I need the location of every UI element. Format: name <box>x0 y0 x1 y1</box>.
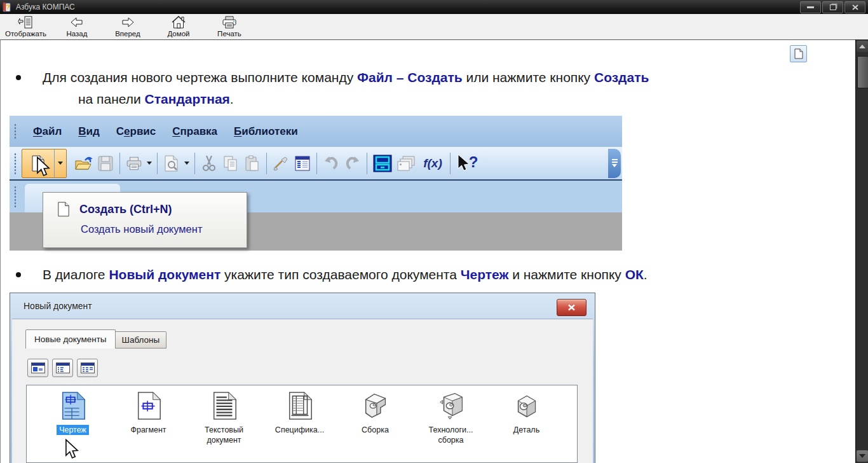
kompas-paste-button <box>241 151 263 176</box>
bullet-dot <box>16 75 21 80</box>
kompas-layers-button <box>395 151 419 176</box>
bullet-item-2: В диалоге Новый документ укажите тип соз… <box>15 264 837 286</box>
screenshot-kompas-toolbar: Файл Вид Сервис Справка Библиотеки <box>10 116 622 252</box>
scrollbar-up-button[interactable] <box>857 41 868 52</box>
technological-assembly-icon <box>437 391 466 420</box>
newdoc-shortcut-button[interactable] <box>790 45 807 62</box>
help-content: Для создания нового чертежа выполните ко… <box>0 39 855 463</box>
doc-type-fragment: Фрагмент <box>111 391 186 446</box>
vertical-scrollbar[interactable] <box>855 39 868 463</box>
redo-arrow-icon <box>344 156 362 171</box>
details-view-icon <box>81 363 95 373</box>
restore-button[interactable] <box>822 1 843 13</box>
kompas-save-button <box>95 151 116 176</box>
kompas-undo-button <box>320 151 342 176</box>
viewer-toolbar: Отображать Назад Вперед Домой Печать <box>0 14 868 39</box>
list-view-icon <box>56 363 70 373</box>
print-preview-icon <box>163 155 180 172</box>
tab-new-documents: Новые документы <box>25 329 116 349</box>
close-icon <box>852 4 858 10</box>
copy-icon <box>222 155 239 172</box>
kompas-copy-button <box>220 151 241 176</box>
new-document-icon <box>794 48 803 59</box>
forward-arrow-icon <box>119 15 136 29</box>
paste-icon <box>244 155 261 172</box>
bullet-item-1: Для создания нового чертежа выполните ко… <box>15 67 837 110</box>
kompas-menubar: Файл Вид Сервис Справка Библиотеки <box>10 116 622 147</box>
mouse-cursor <box>64 439 80 460</box>
kompas-print-button <box>123 151 145 176</box>
doc-type-assembly: Сборка <box>337 391 413 446</box>
kompas-redo-button <box>342 151 363 176</box>
window-titlebar: ? Азбука КОМПАС <box>0 0 868 14</box>
toolbar-grip <box>14 153 17 174</box>
kompas-context-help-button: ? <box>454 151 483 176</box>
help-app-icon: ? <box>3 2 13 12</box>
view-mode-buttons <box>27 359 98 377</box>
doc-type-specification: Специфика... <box>262 391 337 446</box>
part-icon <box>512 391 541 420</box>
dialog-body: Новые документы Шаблоны <box>12 319 593 463</box>
printer-icon <box>221 15 238 29</box>
kompas-standard-toolbar: f(x) ? <box>10 147 622 181</box>
back-button[interactable]: Назад <box>54 14 100 38</box>
doc-type-part: Деталь <box>489 391 564 446</box>
close-button[interactable] <box>844 1 865 13</box>
kompas-cut-button <box>198 151 220 176</box>
document-types-panel: Чертеж Фрагмент <box>26 385 578 463</box>
dialog-tabs: Новые документы Шаблоны <box>25 329 166 349</box>
kompas-menu-service: Сервис <box>116 125 156 138</box>
kompas-variables-button <box>370 151 395 176</box>
doc-type-technological-assembly: Технологи... сборка <box>413 391 489 446</box>
properties-list-icon <box>294 155 311 172</box>
tab-templates: Шаблоны <box>116 331 167 349</box>
layers-icon <box>397 155 417 172</box>
save-floppy-icon <box>97 155 114 172</box>
kompas-tooltip: Создать (Ctrl+N) Создать новый документ <box>43 192 247 248</box>
screenshot-new-document-dialog: Новый документ Новые документы Шаблоны <box>10 293 595 463</box>
drawing-document-icon <box>58 391 88 420</box>
view-details-button <box>77 359 98 377</box>
mouse-cursor <box>35 156 51 178</box>
new-document-icon <box>57 201 70 218</box>
kompas-properties-button <box>292 151 313 176</box>
minimize-button[interactable] <box>800 1 821 13</box>
show-hide-button[interactable]: Отображать <box>3 14 49 38</box>
kompas-menu-view: Вид <box>78 125 100 138</box>
tooltip-title: Создать (Ctrl+N) <box>79 203 172 216</box>
home-button[interactable]: Домой <box>156 14 201 38</box>
svg-text:?: ? <box>469 153 478 170</box>
open-folder-icon <box>74 155 93 172</box>
doc-type-text-document: Текстовый документ <box>186 391 262 446</box>
bullet-dot <box>16 272 21 277</box>
printer-icon <box>125 156 143 171</box>
scrollbar-thumb[interactable] <box>857 56 868 88</box>
kompas-menu-libraries: Библиотеки <box>234 125 298 138</box>
help-cursor-icon: ? <box>456 153 481 174</box>
scrollbar-down-button[interactable] <box>857 450 868 462</box>
view-large-icons-button <box>27 359 48 377</box>
fragment-document-icon <box>134 391 163 420</box>
home-icon <box>170 15 187 29</box>
variables-cabinet-icon <box>372 154 393 173</box>
assembly-icon <box>361 391 390 420</box>
view-list-button <box>52 359 73 377</box>
dialog-title: Новый документ <box>24 301 92 311</box>
tooltip-subtitle: Создать новый документ <box>43 218 247 235</box>
preview-dropdown-arrow <box>182 151 191 176</box>
kompas-preview-button <box>161 151 182 176</box>
doc-type-drawing: Чертеж <box>35 391 111 446</box>
dialog-close-button <box>557 299 587 316</box>
close-icon <box>567 304 576 311</box>
print-dropdown-arrow <box>145 151 154 176</box>
window-title: Азбука КОМПАС <box>16 3 75 11</box>
print-button[interactable]: Печать <box>207 14 252 38</box>
forward-button[interactable]: Вперед <box>105 14 151 38</box>
toolbar-options-chevron <box>608 149 621 178</box>
back-arrow-icon <box>69 15 85 29</box>
text-document-icon <box>210 391 239 420</box>
kompas-menu-help: Справка <box>172 125 217 138</box>
scissors-icon <box>201 155 217 172</box>
svg-text:?: ? <box>6 3 10 11</box>
specification-document-icon <box>285 391 315 420</box>
